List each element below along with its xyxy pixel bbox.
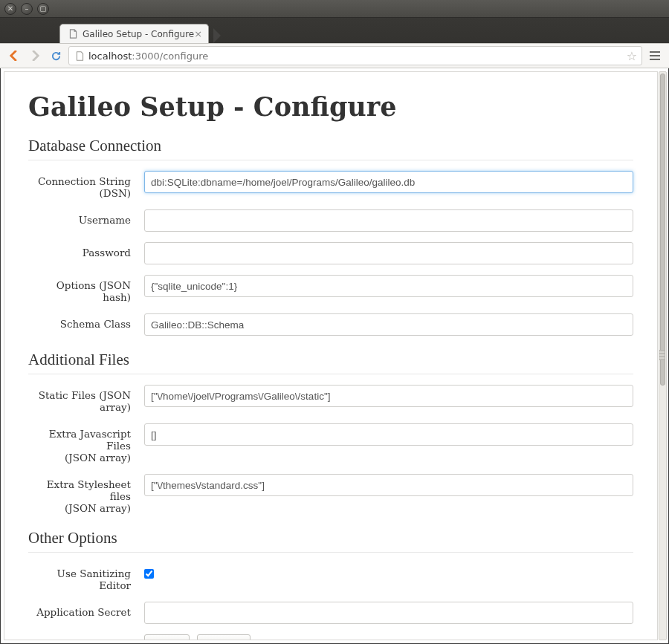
input-extra-css[interactable] [144, 474, 633, 496]
label-schema: Schema Class [28, 313, 144, 330]
close-icon[interactable]: ✕ [4, 3, 16, 15]
input-secret[interactable] [144, 602, 633, 624]
browser-toolbar: localhost:3000/configure ☆ [0, 43, 669, 68]
label-extra-css-line1: Extra Stylesheet files [47, 478, 131, 502]
viewport: Galileo Setup - Configure Database Conne… [0, 68, 669, 644]
row-sanitize: Use Sanitizing Editor [28, 563, 633, 591]
row-extra-css: Extra Stylesheet files (JSON array) [28, 474, 633, 514]
save-button[interactable]: Save [144, 634, 190, 640]
bookmark-icon[interactable]: ☆ [627, 49, 637, 63]
hamburger-menu-icon[interactable] [647, 48, 663, 64]
row-buttons: Save Cancel [28, 634, 633, 640]
page-icon [74, 51, 85, 61]
forward-button[interactable] [27, 48, 43, 64]
label-extra-css: Extra Stylesheet files (JSON array) [28, 474, 144, 514]
row-static: Static Files (JSON array) [28, 385, 633, 413]
label-options: Options (JSON hash) [28, 275, 144, 303]
label-password: Password [28, 242, 144, 258]
label-extra-js: Extra Javascript Files (JSON array) [28, 423, 144, 464]
label-dsn: Connection String (DSN) [28, 171, 144, 199]
row-options: Options (JSON hash) [28, 275, 633, 303]
input-schema[interactable] [144, 313, 633, 336]
row-username: Username [28, 209, 633, 232]
input-password[interactable] [144, 242, 633, 264]
minimize-icon[interactable]: – [21, 3, 33, 15]
label-static: Static Files (JSON array) [28, 385, 144, 413]
section-heading-other: Other Options [28, 529, 633, 553]
row-password: Password [28, 242, 633, 264]
tab-strip: Galileo Setup - Configure × [0, 22, 669, 43]
label-secret: Application Secret [28, 602, 144, 618]
label-sanitize: Use Sanitizing Editor [28, 563, 144, 591]
new-tab-button[interactable] [213, 28, 221, 43]
input-static[interactable] [144, 385, 633, 407]
back-button[interactable] [6, 48, 22, 64]
tab-title: Galileo Setup - Configure [83, 29, 194, 39]
window-titlebar: ✕ – ▢ [0, 0, 669, 18]
label-username: Username [28, 209, 144, 226]
browser-chrome: Galileo Setup - Configure × localhost:30… [0, 18, 669, 68]
favicon-icon [68, 29, 78, 39]
label-extra-js-line1: Extra Javascript Files [49, 428, 131, 452]
reload-button[interactable] [48, 48, 64, 64]
scrollbar-thumb[interactable] [660, 74, 665, 386]
input-options[interactable] [144, 275, 633, 297]
page-content: Galileo Setup - Configure Database Conne… [4, 71, 658, 640]
scrollbar-gripper[interactable] [659, 350, 665, 360]
input-dsn[interactable] [144, 171, 633, 193]
row-dsn: Connection String (DSN) [28, 171, 633, 199]
browser-tab[interactable]: Galileo Setup - Configure × [59, 24, 209, 43]
url-host: localhost [88, 51, 132, 62]
url-path: :3000/configure [132, 51, 208, 62]
cancel-button[interactable]: Cancel [197, 634, 251, 640]
input-extra-js[interactable] [144, 423, 633, 446]
scrollbar[interactable] [659, 71, 667, 640]
row-extra-js: Extra Javascript Files (JSON array) [28, 423, 633, 464]
section-heading-files: Additional Files [28, 351, 633, 374]
checkbox-sanitize[interactable] [144, 569, 154, 579]
page-title: Galileo Setup - Configure [28, 91, 633, 122]
maximize-icon[interactable]: ▢ [37, 3, 49, 15]
address-bar[interactable]: localhost:3000/configure ☆ [68, 46, 642, 65]
label-extra-css-line2: (JSON array) [65, 502, 131, 514]
section-heading-db: Database Connection [28, 137, 633, 160]
input-username[interactable] [144, 209, 633, 232]
tab-close-icon[interactable]: × [194, 28, 202, 39]
label-extra-js-line2: (JSON array) [65, 452, 131, 464]
row-secret: Application Secret [28, 602, 633, 624]
row-schema: Schema Class [28, 313, 633, 336]
